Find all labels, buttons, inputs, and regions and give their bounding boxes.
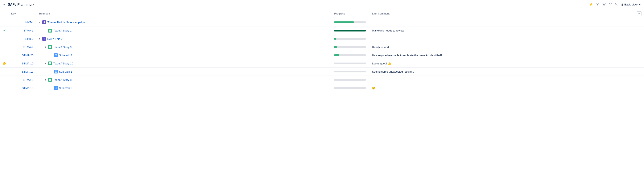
row-summary-cell: ▼Team A Story 10 [36, 59, 332, 68]
row-summary-cell: ▼SAFe Epic 2 [36, 35, 332, 43]
progress-bar [334, 46, 366, 48]
summary-text[interactable]: Team A Story 10 [53, 62, 73, 65]
progress-bar [334, 63, 366, 64]
row-comment-cell [370, 76, 634, 84]
row-status-cell [0, 43, 8, 51]
bars-icon: ||| [621, 3, 624, 6]
row-progress-cell [332, 59, 370, 68]
row-progress-cell [332, 51, 370, 59]
progress-bar [334, 71, 366, 72]
summary-text[interactable]: Team A Story 8 [53, 78, 72, 81]
row-key-cell[interactable]: SPR-2 [8, 35, 36, 43]
progress-bar-fill [334, 54, 339, 56]
row-status-cell [0, 18, 8, 26]
row-extra-cell [634, 59, 644, 68]
summary-text[interactable]: Sub-task 1 [59, 70, 72, 73]
row-key-cell[interactable]: STMA-10 [8, 59, 36, 68]
subtask-icon [54, 53, 58, 57]
row-summary-cell: Sub-task 4 [36, 51, 332, 59]
table-header-row: Key Summary Progress Last Comment + [0, 9, 644, 18]
row-summary-cell: Team A Story 1 [36, 26, 332, 35]
epic-icon [42, 37, 46, 41]
row-progress-cell [332, 35, 370, 43]
row-status-cell [0, 51, 8, 59]
progress-bar-fill [334, 38, 336, 40]
table-row: ✓STMA-1Team A Story 1Marketing needs to … [0, 26, 644, 35]
row-key-cell[interactable]: STMA-17 [8, 68, 36, 76]
row-comment-cell: Seeing some unexpected results... [370, 68, 634, 76]
progress-bar [334, 79, 366, 81]
progress-bar-fill [334, 21, 354, 23]
summary-text[interactable]: Sub-task 2 [59, 86, 72, 90]
table-row: ✋STMA-10▼Team A Story 10Looks good! 👍 [0, 59, 644, 68]
progress-bar-fill [334, 46, 337, 48]
row-extra-cell [634, 51, 644, 59]
lightning-icon[interactable]: ⚡ [589, 2, 593, 6]
row-key-cell[interactable]: STMA-18 [8, 84, 36, 92]
search-icon[interactable] [615, 2, 618, 7]
row-progress-cell [332, 68, 370, 76]
col-header-summary: Summary [36, 9, 332, 18]
row-key-cell[interactable]: STMA-8 [8, 76, 36, 84]
summary-text[interactable]: Sub-task 4 [59, 54, 72, 57]
story-icon [48, 29, 52, 32]
col-header-progress: Progress [332, 9, 370, 18]
row-status-cell [0, 35, 8, 43]
table-row: STMA-18Sub-task 2😟 [0, 84, 644, 92]
row-summary-cell: ▼Team A Story 8 [36, 76, 332, 84]
row-key-cell[interactable]: STMA-1 [8, 26, 36, 35]
col-header-comment: Last Comment [370, 9, 634, 18]
progress-bar [334, 54, 366, 56]
row-comment-cell: 😟 [370, 84, 634, 92]
row-status-cell [0, 68, 8, 76]
row-progress-cell [332, 84, 370, 92]
table-row: STMA-17Sub-task 1Seeing some unexpected … [0, 68, 644, 76]
expand-chevron[interactable]: ▼ [44, 62, 47, 65]
expand-chevron[interactable]: ▼ [38, 37, 41, 40]
view-selector[interactable]: ||| Basic view* ▾ [621, 3, 641, 6]
row-key-cell[interactable]: STMA-20 [8, 51, 36, 59]
summary-text[interactable]: 'Theme Park is Safe' campaign [47, 21, 85, 24]
row-progress-cell [332, 26, 370, 35]
row-summary-cell: Sub-task 1 [36, 68, 332, 76]
row-status-cell [0, 76, 8, 84]
row-key-cell[interactable]: MKT-4 [8, 18, 36, 26]
subtask-icon [54, 86, 58, 90]
row-comment-cell: Looks good! 👍 [370, 59, 634, 68]
issues-table: Key Summary Progress Last Comment + MKT-… [0, 9, 644, 92]
expand-chevron[interactable]: ▼ [44, 78, 47, 81]
row-extra-cell [634, 76, 644, 84]
row-summary-cell: Sub-task 2 [36, 84, 332, 92]
table-row: MKT-4▼'Theme Park is Safe' campaign [0, 18, 644, 26]
app-header: ≡ SAFe Planning ▾ ⚡ [0, 0, 644, 9]
add-column-button[interactable]: + [637, 11, 642, 16]
hand-icon: ✋ [2, 62, 6, 65]
summary-text[interactable]: Team A Story 9 [53, 45, 72, 49]
expand-chevron[interactable]: ▼ [44, 46, 47, 48]
svg-point-0 [616, 3, 617, 4]
table-row: SPR-2▼SAFe Epic 2 [0, 35, 644, 43]
expand-chevron[interactable]: ▼ [38, 21, 41, 23]
view-dropdown-icon: ▾ [639, 3, 641, 6]
row-summary-cell: ▼Team A Story 9 [36, 43, 332, 51]
progress-bar [334, 30, 366, 31]
table-row: STMA-9▼Team A Story 9Ready to work! [0, 43, 644, 51]
summary-text[interactable]: Team A Story 1 [53, 29, 72, 32]
table-body: MKT-4▼'Theme Park is Safe' campaign✓STMA… [0, 18, 644, 92]
pin-icon[interactable] [596, 2, 600, 7]
row-key-cell[interactable]: STMA-9 [8, 43, 36, 51]
summary-text[interactable]: SAFe Epic 2 [47, 37, 62, 40]
header-right: ⚡ ||| Basic view* [589, 2, 641, 7]
story-icon [48, 61, 52, 65]
story-icon [48, 78, 52, 82]
title-dropdown-icon[interactable]: ▾ [33, 3, 34, 6]
layers-icon[interactable] [602, 2, 606, 7]
filter-icon[interactable] [609, 2, 612, 7]
table-row: STMA-8▼Team A Story 8 [0, 76, 644, 84]
row-comment-cell: Marketing needs to review. [370, 26, 634, 35]
row-extra-cell [634, 84, 644, 92]
row-extra-cell [634, 68, 644, 76]
row-status-cell: ✋ [0, 59, 8, 68]
col-header-add[interactable]: + [634, 9, 644, 18]
row-status-cell [0, 84, 8, 92]
